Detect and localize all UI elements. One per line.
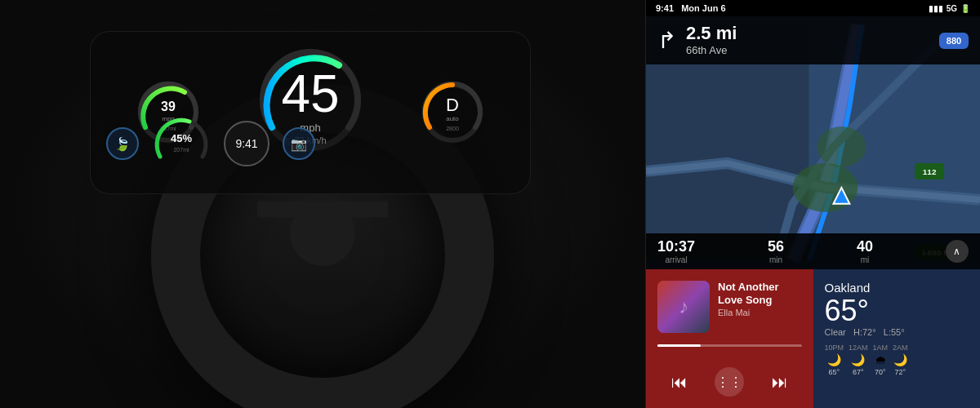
hour-item-2: 1AM 🌧 70° [873, 344, 889, 376]
steering-hub [290, 201, 355, 266]
eco-icon: 🍃 [114, 136, 131, 152]
map-area[interactable]: 112 I-880 N ↱ 2.5 mi 66th Ave 880 10:37 … [646, 16, 980, 269]
widgets-row: ♪ Not Another Love Song Ella Mai ⏮ ⋮⋮ ⏭ [646, 269, 980, 408]
city-name: Oakland [825, 281, 969, 295]
status-icons: ▮▮▮ 5G 🔋 [929, 4, 970, 13]
album-art-svg: ♪ [657, 281, 710, 333]
arrival-time: 10:37 [657, 238, 695, 255]
signal-icon: ▮▮▮ [929, 4, 943, 13]
network-type: 5G [947, 4, 957, 13]
miles-value: 40 [857, 238, 873, 255]
hour-item-1: 12AM 🌙 67° [849, 344, 868, 376]
carplay-section: 9:41 Mon Jun 6 ▮▮▮ 5G 🔋 [645, 0, 980, 408]
highway-badge-top: 880 [939, 33, 969, 49]
music-text: Not Another Love Song Ella Mai [718, 281, 802, 317]
weather-widget[interactable]: Oakland 65° Clear H:72° L:55° 10PM 🌙 65° [813, 269, 981, 408]
svg-point-14 [817, 126, 866, 167]
hour-item-3: 2AM 🌙 72° [893, 344, 908, 376]
arrival-label: arrival [665, 255, 687, 264]
progress-bar [657, 344, 802, 347]
speed-value: 45 [281, 68, 339, 120]
camera-icon: 📷 [291, 136, 307, 152]
music-widget[interactable]: ♪ Not Another Love Song Ella Mai ⏮ ⋮⋮ ⏭ [646, 269, 813, 408]
svg-text:207mi: 207mi [173, 147, 189, 153]
nav-street: 66th Ave [686, 44, 929, 56]
nav-info: 2.5 mi 66th Ave [686, 24, 929, 56]
time-badge: 9:41 [224, 121, 270, 166]
gear-gauge: D auto 2800 [420, 80, 485, 145]
svg-text:D: D [446, 95, 459, 115]
arrival-stat: 10:37 arrival [657, 238, 695, 264]
minutes-label: min [769, 255, 782, 264]
temperature: 65° [825, 296, 969, 326]
fuel-gauge: 45% 207mi [152, 114, 211, 173]
weather-hilo: H:72° L:55° [853, 327, 905, 337]
next-button[interactable]: ⏭ [772, 373, 788, 392]
weather-condition: Clear H:72° L:55° [825, 327, 969, 337]
artist-name: Ella Mai [718, 308, 802, 317]
fuel-gauge-svg: 45% 207mi [152, 114, 211, 173]
clock-display: 9:41 [235, 137, 257, 150]
minutes-stat: 56 min [768, 238, 784, 264]
nav-bottom-bar: 10:37 arrival 56 min 40 mi ∧ [646, 233, 980, 269]
grid-button[interactable]: ⋮⋮ [715, 367, 744, 397]
svg-text:auto: auto [447, 115, 460, 122]
minutes-value: 56 [768, 238, 784, 255]
progress-fill [657, 344, 701, 347]
album-art: ♪ [657, 281, 710, 333]
dashboard-section: 39 mpg 207mi 45 mp [0, 0, 645, 408]
turn-arrow-icon: ↱ [657, 27, 676, 54]
camera-badge: 📷 [283, 127, 315, 160]
eco-badge: 🍃 [106, 127, 139, 160]
svg-text:2800: 2800 [447, 126, 460, 131]
album-art-bg: ♪ [657, 281, 710, 333]
battery-icon: 🔋 [960, 4, 970, 13]
prev-button[interactable]: ⏮ [671, 373, 688, 392]
svg-text:45%: 45% [171, 132, 192, 144]
music-info-row: ♪ Not Another Love Song Ella Mai [657, 281, 802, 333]
expand-button[interactable]: ∧ [946, 240, 969, 263]
grid-icon: ⋮⋮ [716, 375, 742, 390]
song-title: Not Another Love Song [718, 281, 802, 306]
miles-stat: 40 mi [857, 238, 873, 264]
status-time: 9:41 Mon Jun 6 [656, 3, 726, 13]
svg-text:112: 112 [923, 167, 937, 176]
hourly-forecast: 10PM 🌙 65° 12AM 🌙 67° 1AM 🌧 70° 2AM 🌙 [825, 344, 969, 376]
gear-gauge-svg: D auto 2800 [420, 80, 485, 145]
nav-distance: 2.5 mi [686, 24, 929, 42]
status-bar: 9:41 Mon Jun 6 ▮▮▮ 5G 🔋 [646, 0, 980, 16]
miles-label: mi [861, 255, 870, 264]
svg-text:39: 39 [161, 100, 176, 113]
svg-text:♪: ♪ [679, 295, 688, 317]
hour-item-0: 10PM 🌙 65° [825, 344, 844, 376]
music-controls: ⏮ ⋮⋮ ⏭ [657, 367, 802, 397]
nav-header: ↱ 2.5 mi 66th Ave 880 [646, 16, 980, 64]
